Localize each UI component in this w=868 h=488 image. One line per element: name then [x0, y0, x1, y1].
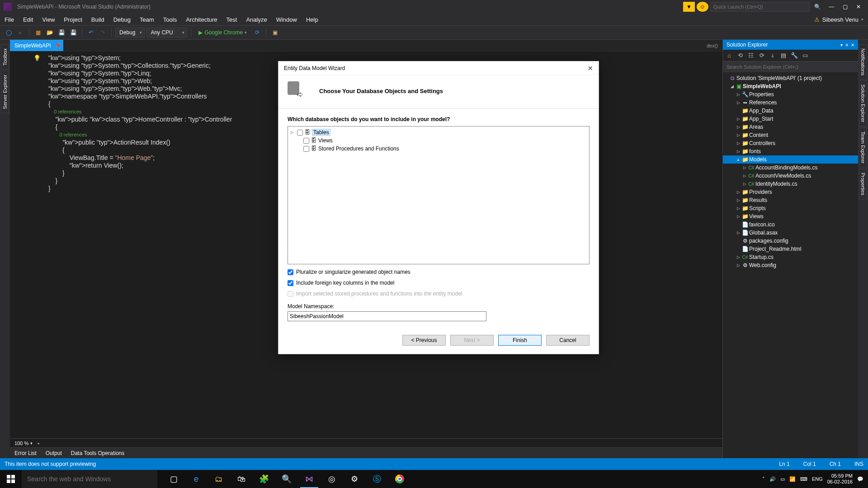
app1-icon[interactable]: 🧩 — [253, 470, 275, 488]
panel-tab-server-explorer[interactable]: Server Explorer — [1, 70, 9, 113]
chrome-icon[interactable] — [389, 470, 410, 488]
misc-button[interactable]: ▣ — [270, 28, 280, 38]
skype-icon[interactable]: Ⓢ — [366, 470, 388, 488]
tree-item-scripts[interactable]: ▷📁Scripts — [723, 204, 858, 212]
tree-item-models[interactable]: ▲📁Models — [723, 155, 858, 164]
menu-tools[interactable]: Tools — [159, 14, 181, 25]
show-all-icon[interactable]: ▤ — [780, 52, 787, 59]
collapse-icon[interactable]: ⫰ — [769, 52, 776, 59]
menu-file[interactable]: File — [0, 14, 19, 25]
pin-icon[interactable]: 📌 — [55, 43, 61, 48]
tree-item-views[interactable]: ▷📁Views — [723, 212, 858, 221]
language-indicator[interactable]: ENG — [812, 476, 823, 482]
undo-button[interactable]: ↶ — [86, 28, 96, 38]
solution-search-input[interactable] — [723, 61, 858, 72]
tree-item-app-start[interactable]: ▷📁App_Start — [723, 115, 858, 123]
tree-item-accountviewmodels-cs[interactable]: ▷C#AccountViewModels.cs — [723, 172, 858, 180]
keyboard-icon[interactable]: ⌨ — [800, 476, 807, 482]
tray-up-icon[interactable]: ˄ — [762, 476, 765, 482]
visual-studio-icon[interactable]: ⋈ — [298, 470, 320, 488]
db-objects-tree[interactable]: ▷🗄Tables🗄Views🗄Stored Procedures and Fun… — [288, 126, 590, 264]
task-view-button[interactable]: ▢ — [163, 470, 184, 488]
save-button[interactable]: 💾 — [57, 28, 66, 38]
save-all-button[interactable]: 💾 — [68, 28, 78, 38]
pending-icon[interactable]: ☷ — [747, 52, 755, 59]
tree-item-properties[interactable]: ▷🔧Properties — [723, 90, 858, 99]
panel-menu-icon[interactable]: ▾ — [840, 42, 843, 47]
menu-window[interactable]: Window — [272, 14, 302, 25]
tree-item-fonts[interactable]: ▷📁fonts — [723, 147, 858, 155]
tree-item-providers[interactable]: ▷📁Providers — [723, 188, 858, 196]
start-button[interactable] — [0, 470, 22, 488]
explorer-icon[interactable]: 🗂 — [208, 470, 230, 488]
browser-refresh-button[interactable]: ⟳ — [252, 28, 262, 38]
tree-item-packages-config[interactable]: ⚙packages.config — [723, 237, 858, 245]
quick-launch-input[interactable] — [710, 2, 810, 12]
db-node-views[interactable]: 🗄Views — [290, 136, 587, 145]
configuration-combo[interactable]: Debug — [115, 28, 145, 38]
volume-icon[interactable]: 🔊 — [769, 476, 776, 482]
feedback-button[interactable]: ☺ — [697, 2, 708, 12]
menu-test[interactable]: Test — [222, 14, 242, 25]
bottom-tab-data-tools-operations[interactable]: Data Tools Operations — [66, 448, 129, 458]
menu-team[interactable]: Team — [135, 14, 159, 25]
start-debug-button[interactable]: ▶ Google Chrome ▾ — [195, 29, 250, 36]
app2-icon[interactable]: 🔍 — [276, 470, 297, 488]
store-icon[interactable]: 🛍 — [231, 470, 252, 488]
platform-combo[interactable]: Any CPU — [146, 28, 187, 38]
tree-item-results[interactable]: ▷📁Results — [723, 196, 858, 204]
previous-button[interactable]: < Previous — [402, 335, 446, 346]
edge-icon[interactable]: e — [185, 470, 207, 488]
taskbar-search-input[interactable] — [22, 470, 157, 488]
new-project-button[interactable]: ▦ — [33, 28, 43, 38]
foreign-key-checkbox[interactable]: Include foreign key columns in the model — [288, 280, 590, 286]
properties-icon[interactable]: 🔧 — [791, 52, 798, 59]
tree-item-identitymodels-cs[interactable]: ▷C#IdentityModels.cs — [723, 180, 858, 188]
redo-button[interactable]: ↷ — [98, 28, 108, 38]
panel-tab-toolbox[interactable]: Toolbox — [1, 44, 9, 70]
tree-item-startup-cs[interactable]: ▷C#Startup.cs — [723, 253, 858, 261]
tree-item-content[interactable]: ▷📁Content — [723, 131, 858, 139]
nav-fwd-button[interactable]: ▸ — [15, 28, 25, 38]
menu-build[interactable]: Build — [87, 14, 109, 25]
app4-icon[interactable]: ⚙ — [344, 470, 365, 488]
tree-item-controllers[interactable]: ▷📁Controllers — [723, 139, 858, 147]
tree-item-favicon-ico[interactable]: 📄favicon.ico — [723, 221, 858, 229]
network-icon[interactable]: 📶 — [789, 476, 796, 482]
tree-item-global-asax[interactable]: ▷📄Global.asax — [723, 229, 858, 237]
panel-tab-notifications[interactable]: Notifications — [859, 44, 867, 80]
nav-back-button[interactable]: ◯ — [4, 28, 14, 38]
menu-analyze[interactable]: Analyze — [241, 14, 271, 25]
refresh-icon[interactable]: ⟳ — [758, 52, 765, 59]
panel-tab-team-explorer[interactable]: Team Explorer — [859, 127, 867, 168]
menu-debug[interactable]: Debug — [109, 14, 135, 25]
panel-tab-properties[interactable]: Properties — [859, 169, 867, 199]
tree-item--b-simplewebapi-b-[interactable]: ◢▣SimpleWebAPI — [723, 82, 858, 90]
lightbulb-icon[interactable]: 💡 — [33, 54, 41, 62]
action-center-icon[interactable]: 💬 — [857, 476, 863, 482]
tree-item-app-data[interactable]: 📁App_Data — [723, 107, 858, 115]
cancel-button[interactable]: Cancel — [546, 335, 590, 346]
zoom-combo[interactable]: 100 %▾ — [14, 441, 33, 446]
menu-architecture[interactable]: Architecture — [181, 14, 222, 25]
bottom-tab-error-list[interactable]: Error List — [10, 448, 41, 458]
tree-item-accountbindingmodels-cs[interactable]: ▷C#AccountBindingModels.cs — [723, 164, 858, 172]
menu-view[interactable]: View — [38, 14, 59, 25]
battery-icon[interactable]: ▭ — [780, 476, 785, 482]
tree-item-web-config[interactable]: ▷⚙Web.config — [723, 261, 858, 269]
home-icon[interactable]: ⌂ — [726, 52, 733, 59]
app3-icon[interactable]: ◎ — [321, 470, 343, 488]
panel-tab-solution-explorer[interactable]: Solution Explorer — [859, 80, 867, 127]
tree-item-areas[interactable]: ▷📁Areas — [723, 123, 858, 131]
minimize-button[interactable]: — — [826, 2, 837, 12]
sync-icon[interactable]: ⟲ — [736, 52, 744, 59]
signed-in-user[interactable]: ⚠ Sibeesh Venu ▾ — [810, 14, 868, 25]
menu-help[interactable]: Help — [302, 14, 323, 25]
db-node-stored-procedures-and-functions[interactable]: 🗄Stored Procedures and Functions — [290, 145, 587, 153]
open-file-button[interactable]: 📂 — [45, 28, 55, 38]
close-button[interactable]: ✕ — [853, 2, 864, 12]
panel-close-icon[interactable]: ✕ — [851, 42, 854, 47]
clock[interactable]: 05:59 PM 06-02-2016 — [827, 473, 853, 485]
maximize-button[interactable]: ▢ — [839, 2, 851, 12]
bottom-tab-output[interactable]: Output — [41, 448, 66, 458]
